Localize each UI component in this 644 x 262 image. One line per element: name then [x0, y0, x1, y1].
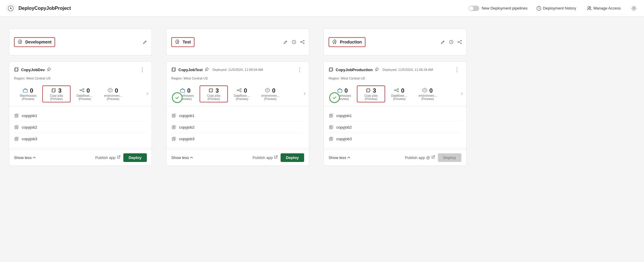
svg-point-69 [397, 91, 399, 92]
list-item-icon-test-2 [171, 136, 177, 141]
pin-icon-dev[interactable] [47, 67, 51, 72]
stage-label-test: Test [166, 29, 309, 55]
svg-point-1 [10, 8, 11, 9]
history-icon-test[interactable] [291, 39, 297, 45]
list-item-test-2: copyjob3 [171, 133, 304, 144]
pin-icon-production[interactable] [375, 67, 379, 72]
deploy-button-dev[interactable]: Deploy [123, 153, 147, 162]
pipeline-name-test: CopyJobTest [178, 68, 203, 72]
show-less-button-test[interactable]: Show less [171, 155, 193, 160]
stage-name-test: Test [183, 40, 191, 44]
footer-right-production: Publish app @Deploy [405, 153, 461, 162]
svg-line-36 [205, 70, 206, 71]
metric-dev-0[interactable]: 0Warehouses (Preview) [14, 87, 42, 101]
list-item-name-production-1: copyjob2 [336, 125, 352, 130]
stage-icon-dev [18, 39, 23, 45]
svg-point-33 [304, 43, 304, 44]
svg-line-28 [118, 156, 120, 157]
edit-icon-test[interactable] [283, 39, 289, 45]
metric-dev-2[interactable]: 0Dataflows ... (Preview) [71, 87, 99, 101]
more-options-dev[interactable]: ⋮ [138, 66, 147, 74]
show-less-button-production[interactable]: Show less [329, 155, 350, 160]
stage-label-production: Production [323, 29, 466, 55]
svg-rect-37 [181, 90, 185, 92]
stage-actions-dev [142, 39, 148, 45]
more-options-test[interactable]: ⋮ [295, 66, 304, 74]
metrics-chevron-test[interactable] [303, 92, 307, 96]
pipeline-name-row-test: CopyJobTestDeployed: 11/5/2024, 11:06:04… [171, 67, 263, 73]
publish-label-production: Publish app @ [405, 155, 430, 160]
settings-button[interactable] [630, 4, 638, 13]
metrics-container-production: 0Warehouses (Preview)3Copy jobs (Preview… [324, 83, 466, 105]
svg-point-13 [80, 90, 81, 91]
metric-icon-test-3 [265, 88, 270, 93]
metrics-container-test: 0Warehouses (Preview)3Copy jobs (Preview… [167, 83, 309, 105]
svg-rect-10 [23, 90, 27, 92]
metric-dev-3[interactable]: 0environmen... (Preview) [99, 87, 127, 101]
metric-count-test-3: 0 [265, 87, 275, 94]
deploy-button-test[interactable]: Deploy [281, 153, 304, 162]
svg-line-55 [276, 156, 277, 157]
metrics-chevron-production[interactable] [460, 92, 464, 96]
show-less-label-test: Show less [171, 155, 189, 160]
metric-number-dev-3: 0 [115, 87, 118, 94]
metric-production-1[interactable]: 3Copy jobs (Preview) [357, 85, 385, 102]
metric-test-3[interactable]: 0environmen... (Preview) [256, 87, 284, 101]
pin-icon-test[interactable] [205, 67, 209, 72]
deployment-history-button[interactable]: Deployment history [535, 5, 578, 12]
share-icon-production[interactable] [457, 39, 463, 45]
metric-label-test-2: Dataflows ... (Preview) [234, 94, 250, 101]
metric-number-production-0: 0 [344, 87, 348, 94]
manage-access-label: Manage Access [593, 6, 621, 10]
more-options-production[interactable]: ⋮ [452, 66, 461, 74]
external-link-icon-production [431, 155, 435, 160]
metric-dev-1[interactable]: 3Copy jobs (Preview) [42, 85, 71, 102]
list-item-icon-test-1 [171, 124, 177, 130]
stage-icon-production [332, 39, 337, 45]
metric-count-test-0: 0 [180, 87, 190, 94]
region-dev: Region: West Central US [9, 76, 152, 83]
stage-label-inner-dev: Development [14, 37, 55, 47]
metric-count-test-2: 0 [237, 87, 247, 94]
list-item-icon-dev-0 [14, 113, 19, 118]
edit-icon-production[interactable] [440, 39, 446, 45]
svg-line-9 [47, 70, 49, 71]
metric-number-production-2: 0 [401, 87, 404, 94]
metric-label-dev-2: Dataflows ... (Preview) [77, 94, 93, 101]
svg-point-32 [304, 40, 304, 41]
svg-rect-64 [338, 90, 342, 92]
list-item-icon-dev-1 [14, 124, 19, 130]
publish-button-dev[interactable]: Publish app [95, 155, 120, 160]
svg-point-67 [394, 90, 396, 91]
app-title: DeployCopyJobProject [18, 6, 71, 11]
metrics-chevron-dev[interactable] [146, 92, 149, 96]
toggle-switch[interactable] [469, 6, 479, 11]
publish-button-production[interactable]: Publish app @ [405, 155, 435, 160]
gear-icon [631, 6, 637, 11]
edit-icon-dev[interactable] [142, 39, 148, 45]
publish-button-test[interactable]: Publish app [253, 155, 278, 160]
share-icon-test[interactable] [299, 39, 305, 45]
manage-access-button[interactable]: Manage Access [585, 5, 623, 12]
deploy-info-production: Deployed: 11/5/2024, 11:06:34 AM [382, 68, 433, 71]
metric-test-1[interactable]: 3Copy jobs (Preview) [200, 85, 228, 102]
main-content: DevelopmentCopyJobDev⋮Region: West Centr… [0, 17, 644, 178]
pipeline-name-dev: CopyJobDev [21, 68, 45, 72]
metrics-row-production: 0Warehouses (Preview)3Copy jobs (Preview… [324, 83, 466, 105]
show-less-button-dev[interactable]: Show less [14, 155, 36, 160]
metric-icon-test-1 [209, 88, 213, 93]
deploy-button-production[interactable]: Deploy [438, 153, 461, 162]
show-less-label-dev: Show less [14, 155, 32, 160]
new-deployment-toggle[interactable]: New Deployment pipelines [469, 6, 528, 11]
metric-count-dev-1: 3 [51, 87, 61, 94]
metric-test-2[interactable]: 0Dataflows ... (Preview) [228, 87, 256, 101]
metric-label-test-1: Copy jobs (Preview) [207, 94, 220, 101]
history-icon-production[interactable] [448, 39, 454, 45]
svg-point-41 [240, 88, 241, 90]
stage-col-test: TestCopyJobTestDeployed: 11/5/2024, 11:0… [166, 29, 309, 166]
svg-point-42 [240, 91, 241, 92]
list-item-test-0: copyjob1 [171, 110, 304, 121]
metric-production-2[interactable]: 0Dataflows ... (Preview) [385, 87, 413, 101]
metric-production-3[interactable]: 0environmen... (Preview) [413, 87, 442, 101]
metric-label-production-2: Dataflows ... (Preview) [391, 94, 407, 101]
